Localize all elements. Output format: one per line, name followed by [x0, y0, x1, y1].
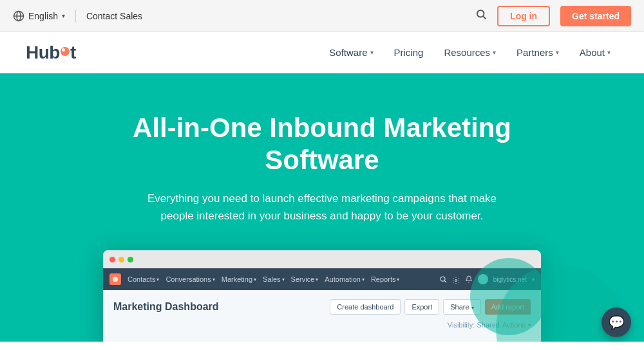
get-started-button[interactable]: Get started — [560, 6, 631, 26]
language-chevron-icon: ▾ — [62, 12, 65, 19]
bottom-teaser: Get started with HubSpot marketing — [0, 342, 644, 350]
nav-item-partners[interactable]: Partners ▾ — [509, 42, 567, 63]
svg-line-7 — [444, 281, 446, 282]
svg-point-8 — [455, 280, 457, 282]
app-nav-automation[interactable]: Automation ▾ — [325, 275, 365, 283]
language-label: English — [28, 11, 58, 21]
language-selector[interactable]: English ▾ — [13, 10, 65, 22]
app-settings-icon — [452, 275, 460, 283]
gear-icon — [452, 277, 460, 284]
search-button[interactable] — [475, 8, 487, 23]
app-nav-contacts[interactable]: Contacts ▾ — [128, 275, 159, 283]
nav-partners-label: Partners — [516, 47, 553, 58]
nav-item-about[interactable]: About ▾ — [572, 42, 618, 63]
top-bar-left: English ▾ Contact Sales — [13, 10, 142, 23]
dash-header: Marketing Dashboard Create dashboard Exp… — [113, 299, 531, 315]
nav-software-label: Software — [329, 47, 367, 58]
hero-title: All-in-One Inbound Marketing Software — [97, 112, 547, 177]
browser-dot-green — [128, 257, 133, 262]
app-nav-reports[interactable]: Reports ▾ — [371, 275, 400, 283]
nav-links: Software ▾ Pricing Resources ▾ Partners … — [321, 42, 618, 63]
nav-pricing-label: Pricing — [394, 47, 424, 58]
app-search-icon — [439, 275, 447, 283]
nav-about-label: About — [580, 47, 605, 58]
logo-spot-icon — [61, 47, 70, 56]
hs-app-icon — [112, 276, 118, 282]
hero-section: All-in-One Inbound Marketing Software Ev… — [0, 73, 644, 342]
divider — [75, 10, 76, 23]
login-button[interactable]: Log in — [497, 6, 550, 26]
hero-decorative-circle-2 — [470, 258, 547, 335]
chat-icon: 💬 — [609, 315, 625, 330]
partners-chevron-icon: ▾ — [556, 49, 559, 56]
about-chevron-icon: ▾ — [607, 49, 611, 56]
nav-item-pricing[interactable]: Pricing — [386, 42, 431, 63]
chat-bubble[interactable]: 💬 — [601, 308, 631, 337]
contact-sales-link[interactable]: Contact Sales — [86, 11, 142, 21]
top-bar-right: Log in Get started — [475, 6, 631, 26]
top-bar: English ▾ Contact Sales Log in Get start… — [0, 0, 644, 32]
svg-line-4 — [483, 16, 486, 19]
globe-icon — [13, 10, 24, 22]
logo-ot: t — [70, 42, 76, 63]
search-icon — [475, 8, 487, 20]
dashboard-title: Marketing Dashboard — [113, 301, 219, 313]
svg-point-6 — [440, 277, 445, 281]
svg-point-3 — [477, 10, 484, 17]
app-nav-conversations[interactable]: Conversations ▾ — [166, 275, 214, 283]
export-button[interactable]: Export — [404, 299, 439, 315]
dash-visibility-row: Visibility: Shared Actions ▾ — [113, 321, 531, 329]
app-nav-sales[interactable]: Sales ▾ — [263, 275, 285, 283]
nav-resources-label: Resources — [444, 47, 490, 58]
nav-item-software[interactable]: Software ▾ — [321, 42, 381, 63]
resources-chevron-icon: ▾ — [493, 49, 496, 56]
hero-subtitle: Everything you need to launch effective … — [142, 190, 502, 225]
main-nav: Hubt Software ▾ Pricing Resources ▾ Part… — [0, 32, 644, 73]
svg-point-5 — [113, 277, 118, 282]
app-nav-service[interactable]: Service ▾ — [291, 275, 319, 283]
browser-bar — [103, 250, 541, 268]
app-logo-icon — [109, 273, 121, 285]
browser-dot-yellow — [118, 257, 124, 262]
share-label: Share — [450, 303, 469, 311]
app-nav-marketing[interactable]: Marketing ▾ — [222, 275, 256, 283]
create-dashboard-button[interactable]: Create dashboard — [330, 299, 401, 315]
hubspot-logo[interactable]: Hubt — [26, 42, 76, 63]
app-notification-icon — [465, 275, 473, 283]
logo-hub: Hub — [26, 42, 60, 63]
nav-item-resources[interactable]: Resources ▾ — [436, 42, 504, 63]
software-chevron-icon: ▾ — [370, 49, 374, 56]
browser-dot-red — [109, 257, 115, 262]
